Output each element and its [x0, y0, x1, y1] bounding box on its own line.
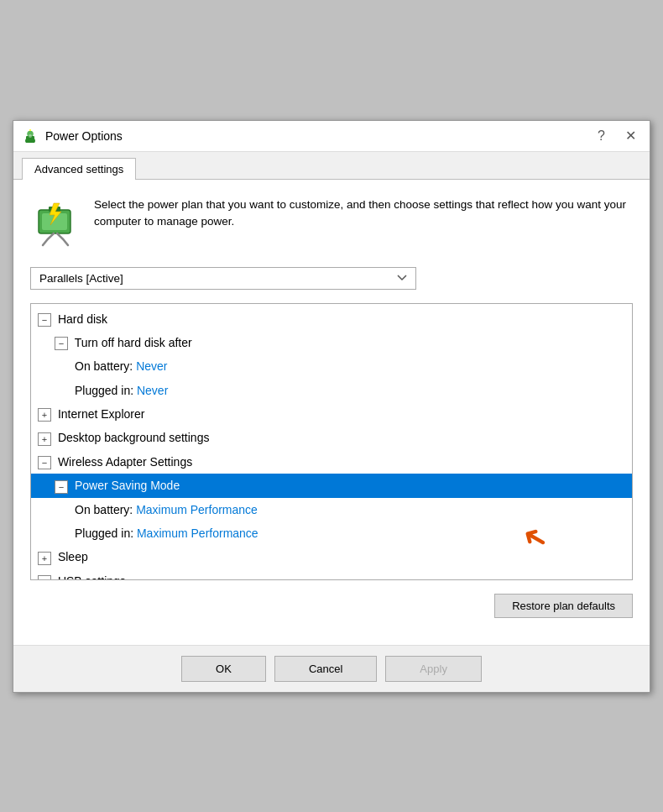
tree-item-wireless[interactable]: − Wireless Adapter Settings: [31, 450, 632, 474]
close-button[interactable]: ✕: [620, 128, 641, 144]
tree-label-wireless-plugged: Plugged in:: [75, 526, 137, 540]
tree-item-desktop-bg[interactable]: + Desktop background settings: [31, 426, 632, 449]
tree-value-wireless-plugged[interactable]: Maximum Performance: [137, 526, 258, 540]
help-button[interactable]: ?: [593, 128, 610, 144]
toggle-turnoff-hd[interactable]: −: [55, 337, 68, 350]
ok-button[interactable]: OK: [181, 656, 266, 682]
svg-point-2: [29, 134, 32, 138]
tree-label-hard-disk: Hard disk: [58, 312, 107, 326]
tree-item-hard-disk[interactable]: − Hard disk: [31, 307, 632, 331]
tree-label-power-saving: Power Saving Mode: [75, 479, 180, 492]
dropdown-row: Parallels [Active]: [30, 267, 633, 290]
footer: OK Cancel Apply: [13, 645, 650, 692]
title-bar: Power Options ? ✕: [13, 121, 650, 152]
tree-container: − Hard disk − Turn off hard disk after O…: [30, 303, 633, 594]
tree-label-desktop-bg: Desktop background settings: [58, 431, 210, 444]
settings-tree[interactable]: − Hard disk − Turn off hard disk after O…: [30, 303, 633, 580]
tree-value-hd-battery[interactable]: Never: [136, 359, 167, 373]
tree-item-hd-plugged[interactable]: Plugged in: Never: [31, 379, 632, 402]
window-content: Select the power plan that you want to c…: [13, 180, 650, 645]
tree-item-hd-battery[interactable]: On battery: Never: [31, 354, 632, 378]
tree-label-wireless: Wireless Adapter Settings: [58, 455, 192, 469]
toggle-wireless[interactable]: −: [38, 456, 51, 469]
window-icon: [22, 128, 39, 144]
restore-defaults-button[interactable]: Restore plan defaults: [494, 594, 633, 618]
tree-label-usb: USB settings: [58, 574, 126, 580]
title-bar-controls: ? ✕: [593, 128, 641, 144]
description-text: Select the power plan that you want to c…: [94, 193, 633, 231]
toggle-sleep[interactable]: +: [38, 552, 51, 565]
tab-bar: Advanced settings: [13, 152, 650, 180]
window-title: Power Options: [45, 129, 123, 143]
restore-row: Restore plan defaults: [30, 594, 633, 618]
title-bar-left: Power Options: [22, 128, 123, 144]
tree-label-hd-battery: On battery:: [75, 359, 136, 373]
toggle-ie[interactable]: +: [38, 408, 51, 422]
tree-label-turnoff-hd: Turn off hard disk after: [75, 336, 192, 349]
toggle-desktop-bg[interactable]: +: [38, 432, 51, 446]
description-area: Select the power plan that you want to c…: [30, 193, 633, 252]
cancel-button[interactable]: Cancel: [274, 656, 377, 682]
tree-item-usb[interactable]: + USB settings: [31, 569, 632, 580]
power-options-window: Power Options ? ✕ Advanced settings: [13, 120, 650, 693]
toggle-power-saving[interactable]: −: [55, 480, 68, 494]
tree-label-hd-plugged: Plugged in:: [75, 384, 137, 397]
plan-dropdown[interactable]: Parallels [Active]: [30, 267, 416, 290]
tree-label-ie: Internet Explorer: [58, 407, 145, 421]
tree-label-wireless-battery: On battery:: [75, 503, 136, 516]
toggle-usb[interactable]: +: [38, 575, 51, 579]
power-icon: [30, 193, 81, 252]
apply-button[interactable]: Apply: [385, 656, 482, 682]
tab-advanced-settings[interactable]: Advanced settings: [22, 158, 136, 180]
tree-item-turnoff-hd[interactable]: − Turn off hard disk after: [31, 331, 632, 354]
tree-label-sleep: Sleep: [58, 550, 88, 563]
toggle-hard-disk[interactable]: −: [38, 313, 51, 327]
tree-value-hd-plugged[interactable]: Never: [137, 384, 168, 397]
tree-item-ie[interactable]: + Internet Explorer: [31, 402, 632, 426]
tree-item-wireless-plugged[interactable]: Plugged in: Maximum Performance ➜: [31, 521, 632, 545]
tree-value-wireless-battery[interactable]: Maximum Performance: [136, 503, 258, 516]
tree-item-power-saving[interactable]: − Power Saving Mode: [31, 474, 632, 497]
